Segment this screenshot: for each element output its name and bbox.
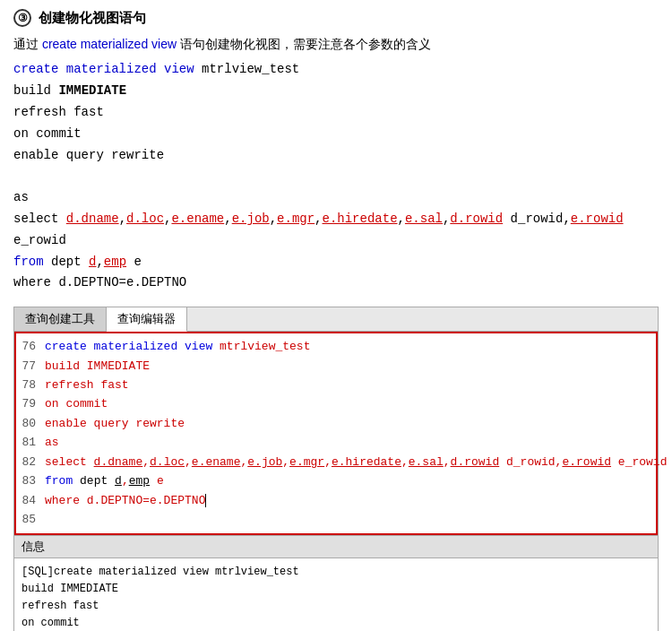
info-line-1: [SQL]create materialized view mtrlview_t… <box>22 564 650 581</box>
info-area: 信息 [SQL]create materialized view mtrlvie… <box>13 536 659 631</box>
section-title: 创建物化视图语句 <box>39 10 146 27</box>
line-content-82: select d.dname,d.loc,e.ename,e.job,e.mgr… <box>45 453 667 471</box>
code-line-9: from dept d,emp e <box>13 252 659 273</box>
code-display: create materialized view mtrlview_test b… <box>13 59 659 294</box>
editor-line-83: 83 from dept d,emp e <box>16 471 656 490</box>
line-content-79: on commit <box>45 394 108 413</box>
editor-line-77: 77 build IMMEDIATE <box>16 357 656 376</box>
code-line-3: refresh fast <box>13 102 659 124</box>
line-num-79: 79 <box>20 394 45 413</box>
section-header: ③ 创建物化视图语句 <box>13 9 659 27</box>
section-description: 通过 create materialized view 语句创建物化视图，需要注… <box>13 34 659 54</box>
editor-line-82: 82 select d.dname,d.loc,e.ename,e.job,e.… <box>16 453 656 471</box>
line-num-85: 85 <box>20 510 45 529</box>
line-num-80: 80 <box>20 414 45 433</box>
line-num-76: 76 <box>20 337 45 356</box>
line-content-81: as <box>45 433 59 452</box>
editor-line-80: 80 enable query rewrite <box>16 414 656 433</box>
line-num-77: 77 <box>20 357 45 376</box>
info-line-4: on commit <box>22 615 650 631</box>
editor-line-85: 85 <box>16 510 656 529</box>
code-editor[interactable]: 76 create materialized view mtrlview_tes… <box>14 332 658 534</box>
tabs-area: 查询创建工具 查询编辑器 76 create materialized view… <box>13 307 659 535</box>
editor-line-76: 76 create materialized view mtrlview_tes… <box>16 337 656 356</box>
line-content-80: enable query rewrite <box>45 414 185 433</box>
info-header: 信息 <box>14 536 658 558</box>
code-line-6 <box>13 166 659 187</box>
editor-line-79: 79 on commit <box>16 394 656 413</box>
tab-query-builder[interactable]: 查询创建工具 <box>14 307 107 331</box>
line-num-83: 83 <box>20 471 45 490</box>
line-content-84: where d.DEPTNO=e.DEPTNO <box>45 491 213 510</box>
line-content-77: build IMMEDIATE <box>45 357 150 376</box>
line-num-81: 81 <box>20 433 45 452</box>
line-num-82: 82 <box>20 453 45 471</box>
code-line-1: create materialized view mtrlview_test <box>13 59 659 81</box>
info-line-3: refresh fast <box>22 598 650 615</box>
editor-line-81: 81 as <box>16 433 656 452</box>
code-line-10: where d.DEPTNO=e.DEPTNO <box>13 272 659 294</box>
line-content-76: create materialized view mtrlview_test <box>45 337 310 356</box>
main-container: ③ 创建物化视图语句 通过 create materialized view 语… <box>0 0 672 631</box>
info-content: [SQL]create materialized view mtrlview_t… <box>14 558 658 631</box>
line-num-78: 78 <box>20 376 45 394</box>
code-line-5: enable query rewrite <box>13 145 659 167</box>
section-number: ③ <box>13 9 31 27</box>
line-content-83: from dept d,emp e <box>45 471 164 490</box>
tabs-header: 查询创建工具 查询编辑器 <box>14 307 658 332</box>
code-line-7: as <box>13 187 659 209</box>
line-num-84: 84 <box>20 491 45 510</box>
editor-line-78: 78 refresh fast <box>16 376 656 394</box>
code-line-4: on commit <box>13 124 659 145</box>
code-line-8: select d.dname,d.loc,e.ename,e.job,e.mgr… <box>13 209 659 252</box>
info-label: 信息 <box>22 540 45 553</box>
line-content-85 <box>45 510 52 529</box>
code-line-2: build IMMEDIATE <box>13 81 659 102</box>
editor-line-84: 84 where d.DEPTNO=e.DEPTNO <box>16 491 656 510</box>
tab-query-editor[interactable]: 查询编辑器 <box>107 307 187 332</box>
info-line-2: build IMMEDIATE <box>22 581 650 598</box>
line-content-78: refresh fast <box>45 376 129 394</box>
